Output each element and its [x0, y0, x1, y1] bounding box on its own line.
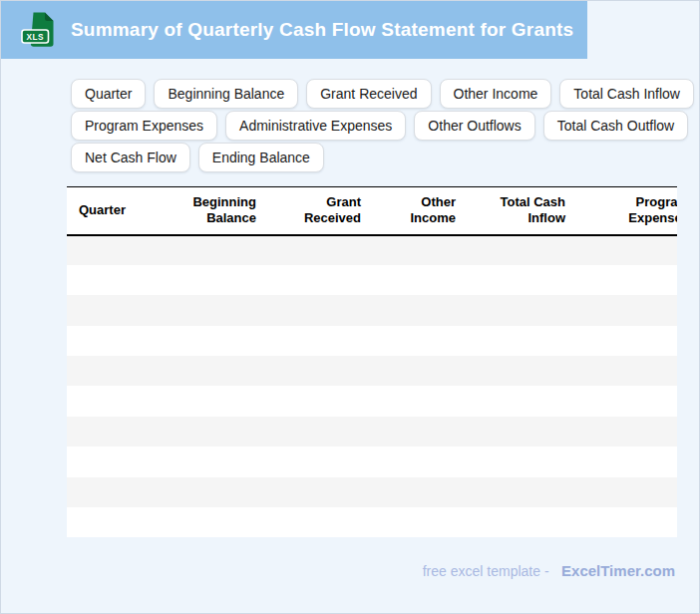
- table-row: [67, 507, 677, 537]
- table-row: [67, 386, 677, 416]
- table-cell: [167, 326, 262, 356]
- table-cell: [67, 326, 167, 356]
- table-row: [67, 265, 677, 295]
- table-cell: [367, 386, 462, 416]
- column-chip-list: QuarterBeginning BalanceGrant ReceivedOt…: [71, 79, 700, 172]
- column-header-quarter: Quarter: [67, 187, 167, 235]
- table-row: [67, 235, 677, 265]
- table-header-row: QuarterBeginning BalanceGrant ReceivedOt…: [67, 187, 677, 235]
- table-row: [67, 356, 677, 386]
- table-cell: [67, 417, 167, 447]
- table-cell: [262, 235, 367, 265]
- table-cell: [571, 356, 677, 386]
- table-row: [67, 295, 677, 325]
- table-cell: [462, 507, 571, 537]
- table-cell: [67, 265, 167, 295]
- page: XLS Summary of Quarterly Cash Flow State…: [0, 0, 700, 614]
- column-chip-total-cash-inflow[interactable]: Total Cash Inflow: [559, 79, 694, 109]
- table-cell: [367, 326, 462, 356]
- table-cell: [167, 386, 262, 416]
- table-cell: [571, 386, 677, 416]
- table-cell: [367, 477, 462, 507]
- table-cell: [167, 265, 262, 295]
- table-cell: [167, 295, 262, 325]
- column-chip-ending-balance[interactable]: Ending Balance: [198, 143, 324, 172]
- column-chip-net-cash-flow[interactable]: Net Cash Flow: [71, 143, 190, 172]
- table-cell: [367, 356, 462, 386]
- footer-text: free excel template -: [423, 563, 549, 579]
- column-chip-grant-received[interactable]: Grant Received: [306, 79, 431, 109]
- table-cell: [67, 386, 167, 416]
- table-cell: [571, 235, 677, 265]
- title-bar: XLS Summary of Quarterly Cash Flow State…: [1, 1, 587, 59]
- table-cell: [262, 265, 367, 295]
- column-header-total-cash-inflow: Total Cash Inflow: [462, 187, 571, 235]
- table-scroll-area[interactable]: QuarterBeginning BalanceGrant ReceivedOt…: [67, 186, 677, 537]
- xls-file-icon: XLS: [18, 8, 62, 52]
- table-row: [67, 417, 677, 447]
- page-title: Summary of Quarterly Cash Flow Statement…: [71, 19, 573, 41]
- column-header-other-income: Other Income: [367, 187, 462, 235]
- cash-flow-table: QuarterBeginning BalanceGrant ReceivedOt…: [67, 186, 677, 537]
- column-chip-other-outflows[interactable]: Other Outflows: [414, 111, 534, 141]
- table-cell: [67, 295, 167, 325]
- table-cell: [462, 326, 571, 356]
- table-row: [67, 477, 677, 507]
- xls-icon-label: XLS: [26, 33, 43, 42]
- table-cell: [367, 265, 462, 295]
- column-header-program-expenses: Program Expenses: [571, 187, 677, 235]
- table-cell: [462, 477, 571, 507]
- table-cell: [367, 447, 462, 476]
- table-cell: [167, 417, 262, 447]
- table-cell: [571, 295, 677, 325]
- table-cell: [67, 477, 167, 507]
- column-chip-administrative-expenses[interactable]: Administrative Expenses: [225, 111, 406, 141]
- table-cell: [167, 447, 262, 476]
- table-cell: [262, 417, 367, 447]
- table-cell: [262, 507, 367, 537]
- table-cell: [167, 477, 262, 507]
- table-cell: [67, 447, 167, 476]
- column-chip-program-expenses[interactable]: Program Expenses: [71, 111, 217, 141]
- table-cell: [462, 386, 571, 416]
- table-cell: [262, 386, 367, 416]
- table-cell: [571, 477, 677, 507]
- table-cell: [571, 326, 677, 356]
- column-header-grant-received: Grant Received: [262, 187, 367, 235]
- column-chip-total-cash-outflow[interactable]: Total Cash Outflow: [543, 111, 689, 141]
- table-cell: [367, 507, 462, 537]
- table-cell: [67, 356, 167, 386]
- column-header-beginning-balance: Beginning Balance: [167, 187, 262, 235]
- column-chip-quarter[interactable]: Quarter: [71, 79, 146, 109]
- column-chip-beginning-balance[interactable]: Beginning Balance: [154, 79, 298, 109]
- table-cell: [262, 477, 367, 507]
- table-cell: [367, 295, 462, 325]
- table-cell: [571, 265, 677, 295]
- table-cell: [571, 447, 677, 476]
- table-cell: [67, 235, 167, 265]
- table-cell: [462, 265, 571, 295]
- table-cell: [462, 295, 571, 325]
- table-cell: [262, 326, 367, 356]
- table-row: [67, 326, 677, 356]
- column-chip-other-income[interactable]: Other Income: [440, 79, 552, 109]
- table-cell: [167, 235, 262, 265]
- table-cell: [167, 356, 262, 386]
- table-cell: [262, 295, 367, 325]
- table-cell: [571, 417, 677, 447]
- table-cell: [262, 447, 367, 476]
- table-cell: [462, 417, 571, 447]
- table-cell: [262, 356, 367, 386]
- table-cell: [67, 507, 167, 537]
- table-cell: [462, 447, 571, 476]
- table-cell: [367, 235, 462, 265]
- table-row: [67, 447, 677, 476]
- table-cell: [462, 356, 571, 386]
- footer: free excel template - ExcelTimer.com: [1, 562, 699, 580]
- table-cell: [367, 417, 462, 447]
- table-cell: [571, 507, 677, 537]
- footer-brand-link[interactable]: ExcelTimer.com: [561, 562, 675, 579]
- table-cell: [167, 507, 262, 537]
- table-cell: [462, 235, 571, 265]
